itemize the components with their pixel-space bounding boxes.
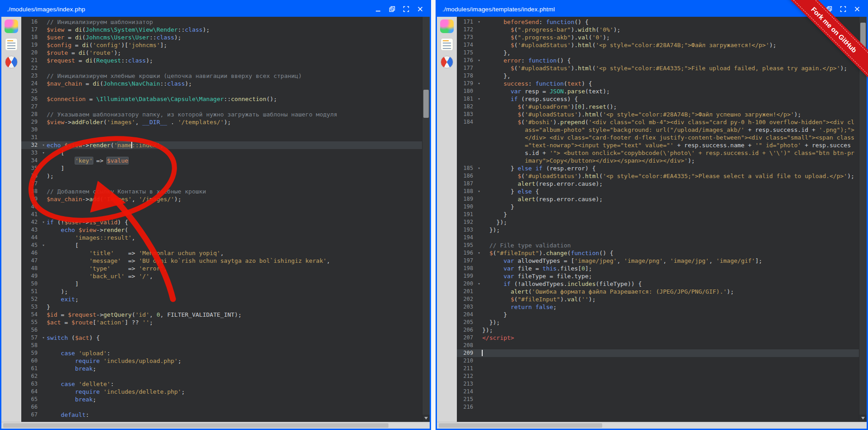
code-line-215[interactable]: 215	[457, 396, 859, 403]
sphere-icon[interactable]	[5, 56, 18, 68]
code-line-210[interactable]: 210	[457, 357, 859, 365]
code-line-184[interactable]: 184 $('#boshi').prepend('<div class="col…	[457, 118, 859, 164]
code-line-45[interactable]: 45▾ [	[21, 242, 422, 249]
code-line-214[interactable]: 214	[457, 388, 859, 396]
code-line-26[interactable]: 26$connection = \Illuminate\Database\Cap…	[21, 95, 422, 103]
notepad-icon[interactable]	[5, 38, 18, 51]
code-line-201[interactable]: 201 alert('Ошибка формата файла Разрешае…	[457, 288, 859, 295]
code-line-209[interactable]: 209	[457, 349, 859, 357]
github-ribbon-band[interactable]: Fork me on GitHub	[784, 0, 868, 84]
code-line-44[interactable]: 44 'images::result',	[21, 234, 422, 242]
code-line-208[interactable]: 208	[457, 342, 859, 349]
code-line-185[interactable]: 185▾ } else if (resp.error) {	[457, 164, 859, 172]
code-line-49[interactable]: 49 'back_url' => '/',	[21, 272, 422, 280]
code-line-23[interactable]: 23// Инициализируем хлебные крошки (цепо…	[21, 72, 422, 80]
code-line-40[interactable]: 40	[21, 203, 422, 211]
code-line-51[interactable]: 51 );	[21, 288, 422, 295]
code-line-58[interactable]: 58	[21, 342, 422, 349]
title-bar[interactable]: ./modules/images/index.php	[1, 1, 430, 17]
code-line-66[interactable]: 66	[21, 403, 422, 411]
code-line-199[interactable]: 199 var fileType = file.type;	[457, 272, 859, 280]
code-line-16[interactable]: 16// Инициализируем шаблонизатор	[21, 18, 422, 26]
code-line-28[interactable]: 28// Указываем шаблонизатору папку, из к…	[21, 111, 422, 118]
horizontal-scrollbar-thumb[interactable]	[439, 423, 602, 428]
code-line-207[interactable]: 207</script>	[457, 334, 859, 342]
fold-marker-icon[interactable]: ▾	[476, 188, 482, 195]
code-line-181[interactable]: 181▾ if (resp.success) {	[457, 95, 859, 103]
restore-button[interactable]	[388, 6, 395, 13]
code-line-37[interactable]: 37	[21, 180, 422, 188]
fold-marker-icon[interactable]: ▾	[476, 80, 482, 87]
code-line-211[interactable]: 211	[457, 365, 859, 372]
code-line-204[interactable]: 204 }	[457, 311, 859, 319]
notepad-icon[interactable]	[441, 38, 453, 51]
fold-marker-icon[interactable]: ▾	[476, 280, 482, 288]
code-line-59[interactable]: 59 case 'upload':	[21, 349, 422, 357]
code-line-183[interactable]: 183 $('#uploadStatus').html('<p style="c…	[457, 111, 859, 118]
fold-marker-icon[interactable]: ▾	[476, 57, 482, 64]
code-line-189[interactable]: 189 alert(resp.error.cause);	[457, 195, 859, 203]
horizontal-scrollbar-thumb[interactable]	[3, 423, 388, 428]
code-line-18[interactable]: 18$user = di(Johncms\Users\User::class);	[21, 34, 422, 41]
fold-marker-icon[interactable]: ▾	[476, 18, 482, 26]
code-line-216[interactable]: 216	[457, 403, 859, 411]
code-line-194[interactable]: 194	[457, 234, 859, 242]
code-editor[interactable]: 16// Инициализируем шаблонизатор17$view …	[21, 17, 422, 422]
horizontal-scrollbar[interactable]	[1, 422, 430, 429]
code-line-64[interactable]: 64 require 'includes/dellete.php';	[21, 388, 422, 396]
fold-marker-icon[interactable]: ▾	[40, 218, 47, 226]
horizontal-scrollbar[interactable]	[437, 422, 867, 429]
code-line-53[interactable]: 53}	[21, 303, 422, 311]
fold-marker-icon[interactable]: ▾	[40, 149, 47, 157]
code-line-62[interactable]: 62	[21, 372, 422, 380]
code-line-29[interactable]: 29$view->addFolder('images', __DIR__ . '…	[21, 118, 422, 126]
code-line-198[interactable]: 198 var file = this.files[0];	[457, 265, 859, 272]
code-line-63[interactable]: 63 case 'dellete':	[21, 380, 422, 388]
code-line-195[interactable]: 195 // File type validation	[457, 242, 859, 249]
code-line-32[interactable]: 32▾echo $view->render('name::index',	[21, 141, 422, 149]
gradient-app-icon[interactable]	[440, 19, 454, 33]
minimize-button[interactable]	[374, 6, 381, 13]
scroll-down-button[interactable]	[422, 415, 430, 422]
code-line-21[interactable]: 21$request = di(Request::class);	[21, 57, 422, 64]
vertical-scrollbar[interactable]	[422, 17, 430, 422]
fold-marker-icon[interactable]: ▾	[40, 242, 47, 249]
code-line-202[interactable]: 202 $("#fileInput").val('');	[457, 295, 859, 303]
code-line-17[interactable]: 17$view = di(Johncms\System\View\Render:…	[21, 26, 422, 34]
code-line-61[interactable]: 61 break;	[21, 365, 422, 372]
code-line-48[interactable]: 48 'type' => 'error',	[21, 265, 422, 272]
code-line-190[interactable]: 190 }	[457, 203, 859, 211]
fold-marker-icon[interactable]: ▾	[40, 334, 47, 342]
code-line-187[interactable]: 187 alert(resp.error.cause);	[457, 180, 859, 188]
code-line-42[interactable]: 42▾if (!$user->is_valid) {	[21, 218, 422, 226]
github-ribbon[interactable]: Fork me on GitHub	[784, 0, 868, 84]
code-line-180[interactable]: 180 var resp = JSON.parse(text);	[457, 87, 859, 95]
code-line-20[interactable]: 20$route = di('route');	[21, 49, 422, 57]
code-line-60[interactable]: 60 require 'includes/upload.php';	[21, 357, 422, 365]
code-line-57[interactable]: 57▾switch ($act) {	[21, 334, 422, 342]
code-line-24[interactable]: 24$nav_chain = di(Johncms\NavChain::clas…	[21, 80, 422, 87]
sphere-icon[interactable]	[441, 56, 453, 68]
code-line-38[interactable]: 38// Добавляем ссылку Контакты в хлебные…	[21, 188, 422, 195]
close-button[interactable]	[417, 6, 423, 13]
code-line-196[interactable]: 196▾ $("#fileInput").change(function() {	[457, 249, 859, 257]
fold-marker-icon[interactable]: ▾	[476, 164, 482, 172]
code-line-22[interactable]: 22	[21, 64, 422, 72]
fullscreen-button[interactable]	[403, 6, 409, 13]
code-line-39[interactable]: 39$nav_chain->add('Images', '/images/');	[21, 195, 422, 203]
code-line-203[interactable]: 203 return false;	[457, 303, 859, 311]
code-line-19[interactable]: 19$config = di('config')['johncms'];	[21, 41, 422, 49]
code-line-50[interactable]: 50 ]	[21, 280, 422, 288]
gradient-app-icon[interactable]	[5, 19, 18, 33]
code-line-55[interactable]: 55$act = $route['action'] ?? '';	[21, 319, 422, 326]
code-line-200[interactable]: 200▾ if (!allowedTypes.includes(fileType…	[457, 280, 859, 288]
scroll-down-button[interactable]	[859, 415, 867, 422]
code-line-182[interactable]: 182 $('#uploadForm')[0].reset();	[457, 103, 859, 111]
code-line-197[interactable]: 197 var allowedTypes = ['image/jpeg', 'i…	[457, 257, 859, 265]
code-line-192[interactable]: 192 });	[457, 218, 859, 226]
code-line-46[interactable]: 46 'title' => 'Mehmonlar uchun yopiq',	[21, 249, 422, 257]
code-line-56[interactable]: 56	[21, 326, 422, 334]
code-line-206[interactable]: 206});	[457, 326, 859, 334]
code-line-36[interactable]: 36);	[21, 172, 422, 180]
code-line-31[interactable]: 31	[21, 134, 422, 141]
